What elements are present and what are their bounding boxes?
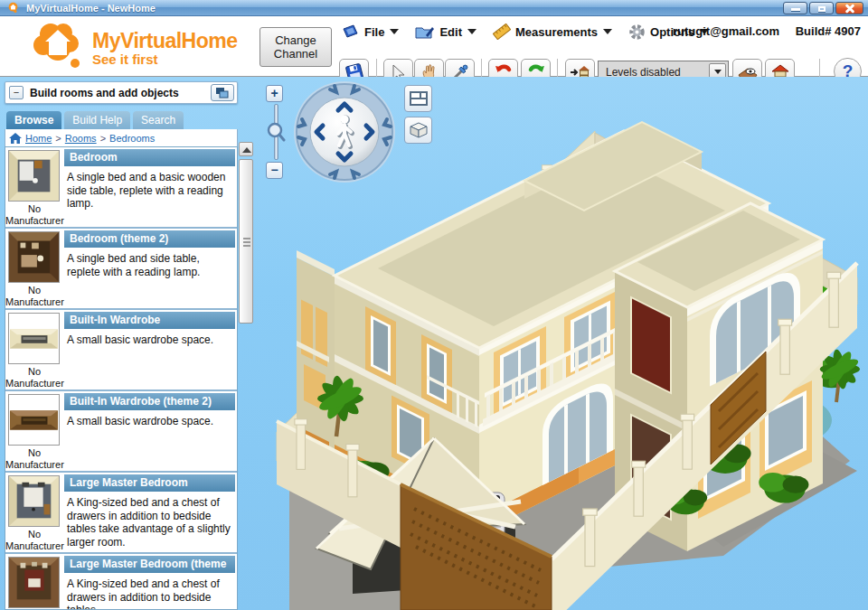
title-bar[interactable]: MyVirtualHome - NewHome	[0, 0, 868, 16]
tab-search[interactable]: Search	[133, 111, 184, 129]
menu-measurements[interactable]: Measurements	[493, 23, 612, 40]
account-info: rutugit@gmail.com Build# 4907	[660, 24, 861, 38]
chevron-down-icon	[467, 29, 476, 34]
chevron-down-icon	[603, 29, 612, 34]
item-description: A King-sized bed and a chest of drawers …	[67, 577, 233, 610]
edit-icon	[415, 24, 435, 40]
window-title: MyVirtualHome - NewHome	[26, 3, 156, 14]
cascade-windows-icon	[215, 87, 230, 99]
breadcrumb-separator: >	[100, 133, 106, 144]
panel-collapse-button[interactable]: −	[9, 86, 24, 99]
panel-title: Build rooms and add objects	[30, 87, 211, 99]
room-thumbnail	[8, 557, 60, 608]
sidebar-header: − Build rooms and add objects	[5, 81, 238, 104]
floorplan-icon	[410, 91, 428, 106]
breadcrumb: Home > Rooms > Bedrooms	[5, 129, 238, 146]
list-item-master-bedroom-theme2[interactable]: No Manufacturer Large Master Bedroom (th…	[5, 554, 237, 610]
gear-icon	[628, 23, 646, 41]
breadcrumb-bedrooms: Bedrooms	[109, 133, 155, 144]
ruler-icon	[493, 23, 511, 40]
sidebar-scrollbar	[239, 142, 253, 605]
tab-browse[interactable]: Browse	[6, 111, 61, 129]
zoom-handle[interactable]	[266, 121, 286, 146]
item-title: Bedroom (theme 2)	[64, 230, 235, 248]
breadcrumb-rooms[interactable]: Rooms	[65, 133, 97, 144]
manufacturer-label: No Manufacturer	[5, 366, 63, 389]
item-title: Built-In Wardrobe (theme 2)	[64, 393, 235, 410]
item-description: A King-sized bed and a chest of drawers …	[67, 496, 233, 549]
item-description: A small basic wardrobe space.	[67, 333, 233, 347]
breadcrumb-home[interactable]: Home	[25, 133, 52, 144]
item-title: Built-In Wardrobe	[64, 312, 235, 329]
app-window: MyVirtualHome - NewHome MyVirtualHome Se…	[0, 0, 868, 610]
menu-file[interactable]: File	[342, 24, 399, 40]
item-description: A single bed and side table, replete wit…	[67, 252, 233, 278]
app-logo-icon	[7, 2, 19, 14]
room-thumbnail	[8, 394, 60, 446]
zoom-slider: + −	[266, 85, 286, 179]
manufacturer-label: No Manufacturer	[5, 529, 63, 551]
manufacturer-label: No Manufacturer	[5, 203, 63, 226]
manufacturer-label: No Manufacturer	[5, 447, 63, 470]
magnifier-icon	[266, 121, 286, 143]
menu-edit[interactable]: Edit	[415, 24, 476, 40]
minimize-button[interactable]	[783, 2, 807, 14]
home-icon[interactable]	[9, 133, 22, 144]
catalog-list: No Manufacturer Bedroom A single bed and…	[5, 146, 238, 610]
triangle-up-icon	[242, 147, 251, 153]
zoom-out-button[interactable]: −	[266, 162, 283, 179]
scroll-up-button[interactable]	[239, 142, 253, 156]
file-icon	[342, 24, 360, 40]
item-title: Bedroom	[64, 149, 235, 166]
zoom-in-button[interactable]: +	[266, 85, 283, 102]
build-number: Build# 4907	[796, 24, 861, 38]
maximize-button[interactable]	[809, 2, 834, 14]
item-title: Large Master Bedroom (theme 2)	[64, 556, 235, 573]
sidebar-tabs: Browse Build Help Search	[6, 111, 184, 129]
breadcrumb-separator: >	[55, 133, 61, 144]
main-viewport: + −	[0, 77, 868, 610]
3d-box-icon	[410, 122, 428, 138]
tab-build-help[interactable]: Build Help	[64, 111, 130, 129]
panel-windows-button[interactable]	[211, 84, 234, 101]
chevron-down-icon	[390, 29, 399, 34]
room-thumbnail	[8, 150, 60, 202]
maximize-icon	[818, 6, 826, 12]
item-title: Large Master Bedroom	[64, 474, 235, 492]
chevron-down-icon	[714, 70, 722, 74]
list-item-master-bedroom[interactable]: No Manufacturer Large Master Bedroom A K…	[5, 473, 237, 554]
list-item-wardrobe[interactable]: No Manufacturer Built-In Wardrobe A smal…	[5, 310, 237, 391]
3d-view-button[interactable]	[404, 117, 432, 144]
plan-view-button[interactable]	[404, 85, 432, 112]
compass-icon	[291, 79, 398, 185]
minimize-icon	[791, 8, 800, 11]
brand-name: MyVirtualHome	[92, 29, 238, 53]
room-thumbnail	[8, 475, 60, 527]
list-item-bedroom[interactable]: No Manufacturer Bedroom A single bed and…	[5, 147, 237, 229]
scrollbar-grip	[243, 238, 250, 239]
room-thumbnail	[8, 313, 60, 364]
list-item-bedroom-theme2[interactable]: No Manufacturer Bedroom (theme 2) A sing…	[5, 229, 237, 310]
close-button[interactable]	[835, 2, 863, 14]
account-email: rutugit@gmail.com	[673, 24, 779, 38]
navigation-compass[interactable]	[291, 79, 398, 189]
item-description: A single bed and a basic wooden side tab…	[67, 171, 233, 211]
room-thumbnail	[8, 231, 60, 283]
scrollbar-thumb[interactable]	[239, 159, 253, 324]
manufacturer-label: No Manufacturer	[5, 285, 63, 307]
list-item-wardrobe-theme2[interactable]: No Manufacturer Built-In Wardrobe (theme…	[5, 391, 237, 473]
header-bar: MyVirtualHome See it first Change Channe…	[0, 16, 868, 77]
item-description: A small basic wardrobe space.	[67, 415, 233, 428]
sidebar-panel: − Build rooms and add objects Browse Bui…	[5, 81, 238, 610]
